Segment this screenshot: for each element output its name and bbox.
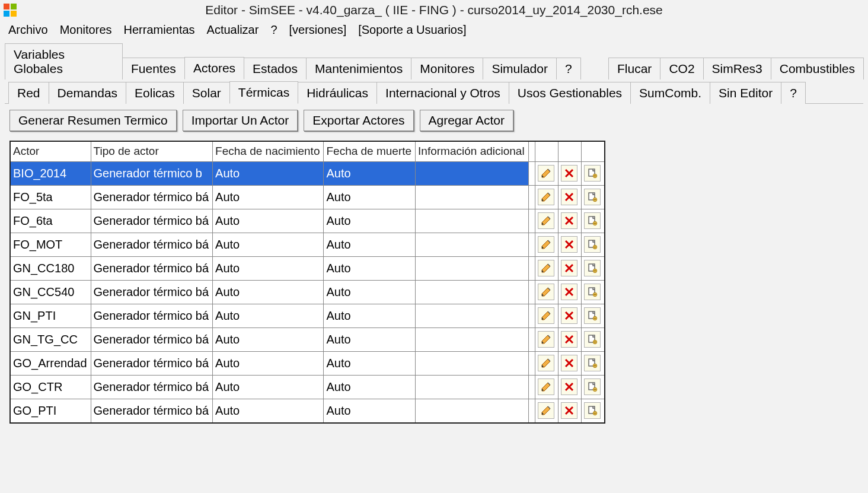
tab-monitores[interactable]: Monitores xyxy=(411,58,483,79)
clone-button[interactable] xyxy=(584,355,601,371)
cell-mue[interactable]: Auto xyxy=(324,327,416,351)
cell-mue[interactable]: Auto xyxy=(324,161,416,185)
delete-button[interactable] xyxy=(561,189,577,205)
tab--[interactable]: ? xyxy=(781,82,806,104)
clone-button[interactable] xyxy=(584,402,601,419)
table-row[interactable]: GO_CTRGenerador térmico báAutoAuto xyxy=(10,375,605,399)
cell-tipo[interactable]: Generador térmico bá xyxy=(91,304,213,327)
exportar-actores-button[interactable]: Exportar Actores xyxy=(304,110,413,131)
tab-solar[interactable]: Solar xyxy=(183,82,230,104)
clone-button[interactable] xyxy=(584,189,601,205)
table-row[interactable]: GO_PTIGenerador térmico báAutoAuto xyxy=(10,399,605,423)
cell-mue[interactable]: Auto xyxy=(324,209,416,233)
tab-red[interactable]: Red xyxy=(8,82,49,104)
cell-mue[interactable]: Auto xyxy=(324,185,416,209)
delete-button[interactable] xyxy=(561,212,577,229)
header-fecha-muerte[interactable]: Fecha de muerte xyxy=(324,141,416,161)
delete-button[interactable] xyxy=(561,284,577,300)
delete-button[interactable] xyxy=(561,355,577,371)
cell-nac[interactable]: Auto xyxy=(213,161,324,185)
cell-actor[interactable]: BIO_2014 xyxy=(10,161,91,185)
edit-button[interactable] xyxy=(538,402,554,419)
menu-archivo[interactable]: Archivo xyxy=(8,23,48,37)
edit-button[interactable] xyxy=(538,307,554,324)
agregar-actor-button[interactable]: Agregar Actor xyxy=(420,110,513,131)
clone-button[interactable] xyxy=(584,331,601,348)
edit-button[interactable] xyxy=(538,165,554,182)
edit-button[interactable] xyxy=(538,189,554,205)
cell-mue[interactable]: Auto xyxy=(324,351,416,375)
cell-mue[interactable]: Auto xyxy=(324,375,416,399)
cell-actor[interactable]: FO_5ta xyxy=(10,185,91,209)
cell-tipo[interactable]: Generador térmico bá xyxy=(91,185,213,209)
cell-tipo[interactable]: Generador térmico b xyxy=(91,161,213,185)
clone-button[interactable] xyxy=(584,236,601,253)
tab-t-rmicas[interactable]: Térmicas xyxy=(229,81,298,104)
delete-button[interactable] xyxy=(561,165,577,182)
cell-tipo[interactable]: Generador térmico bá xyxy=(91,209,213,233)
edit-button[interactable] xyxy=(538,379,554,395)
tab-fuentes[interactable]: Fuentes xyxy=(122,58,185,79)
table-row[interactable]: GN_TG_CCGenerador térmico báAutoAuto xyxy=(10,327,605,351)
cell-info[interactable] xyxy=(416,304,529,327)
edit-button[interactable] xyxy=(538,212,554,229)
cell-nac[interactable]: Auto xyxy=(213,209,324,233)
cell-nac[interactable]: Auto xyxy=(213,304,324,327)
cell-info[interactable] xyxy=(416,399,529,423)
delete-button[interactable] xyxy=(561,307,577,324)
edit-button[interactable] xyxy=(538,284,554,300)
cell-mue[interactable]: Auto xyxy=(324,399,416,423)
delete-button[interactable] xyxy=(561,379,577,395)
tab-variables-globales[interactable]: Variables Globales xyxy=(5,43,123,79)
cell-mue[interactable]: Auto xyxy=(324,304,416,327)
cell-tipo[interactable]: Generador térmico bá xyxy=(91,351,213,375)
cell-tipo[interactable]: Generador térmico bá xyxy=(91,256,213,280)
cell-info[interactable] xyxy=(416,161,529,185)
tab-sin-editor[interactable]: Sin Editor xyxy=(710,82,781,104)
table-row[interactable]: FO_6taGenerador térmico báAutoAuto xyxy=(10,209,605,233)
cell-actor[interactable]: GN_PTI xyxy=(10,304,91,327)
tab--[interactable]: ? xyxy=(556,58,581,79)
tab-eolicas[interactable]: Eolicas xyxy=(126,82,184,104)
table-row[interactable]: GN_CC180Generador térmico báAutoAuto xyxy=(10,256,605,280)
delete-button[interactable] xyxy=(561,260,577,276)
cell-mue[interactable]: Auto xyxy=(324,280,416,304)
delete-button[interactable] xyxy=(561,402,577,419)
edit-button[interactable] xyxy=(538,355,554,371)
cell-actor[interactable]: GN_CC180 xyxy=(10,256,91,280)
edit-button[interactable] xyxy=(538,236,554,253)
cell-tipo[interactable]: Generador térmico bá xyxy=(91,233,213,256)
tab-simres3[interactable]: SimRes3 xyxy=(703,58,771,79)
importar-actor-button[interactable]: Importar Un Actor xyxy=(183,110,298,131)
tab-simulador[interactable]: Simulador xyxy=(483,58,557,79)
menu-herramientas[interactable]: Herramientas xyxy=(124,23,195,37)
clone-button[interactable] xyxy=(584,165,601,182)
cell-actor[interactable]: GN_TG_CC xyxy=(10,327,91,351)
clone-button[interactable] xyxy=(584,260,601,276)
menu-versiones[interactable]: [versiones] xyxy=(289,23,347,37)
menu-monitores[interactable]: Monitores xyxy=(60,23,112,37)
table-row[interactable]: FO_5taGenerador térmico báAutoAuto xyxy=(10,185,605,209)
table-row[interactable]: GN_PTIGenerador térmico báAutoAuto xyxy=(10,304,605,327)
tab-internacional-y-otros[interactable]: Internacional y Otros xyxy=(376,82,509,104)
header-fecha-nacimiento[interactable]: Fecha de nacimiento xyxy=(213,141,324,161)
cell-nac[interactable]: Auto xyxy=(213,399,324,423)
cell-info[interactable] xyxy=(416,185,529,209)
cell-nac[interactable]: Auto xyxy=(213,256,324,280)
cell-mue[interactable]: Auto xyxy=(324,233,416,256)
cell-nac[interactable]: Auto xyxy=(213,327,324,351)
cell-info[interactable] xyxy=(416,351,529,375)
tab-flucar[interactable]: Flucar xyxy=(608,58,660,79)
tab-sumcomb-[interactable]: SumComb. xyxy=(630,82,710,104)
edit-button[interactable] xyxy=(538,260,554,276)
cell-mue[interactable]: Auto xyxy=(324,256,416,280)
tab-usos-gestionables[interactable]: Usos Gestionables xyxy=(509,82,631,104)
cell-tipo[interactable]: Generador térmico bá xyxy=(91,327,213,351)
cell-nac[interactable]: Auto xyxy=(213,185,324,209)
menu-actualizar[interactable]: Actualizar xyxy=(207,23,259,37)
cell-actor[interactable]: GO_Arrendad xyxy=(10,351,91,375)
cell-info[interactable] xyxy=(416,327,529,351)
tab-combustibles[interactable]: Combustibles xyxy=(771,58,864,79)
edit-button[interactable] xyxy=(538,331,554,348)
clone-button[interactable] xyxy=(584,379,601,395)
